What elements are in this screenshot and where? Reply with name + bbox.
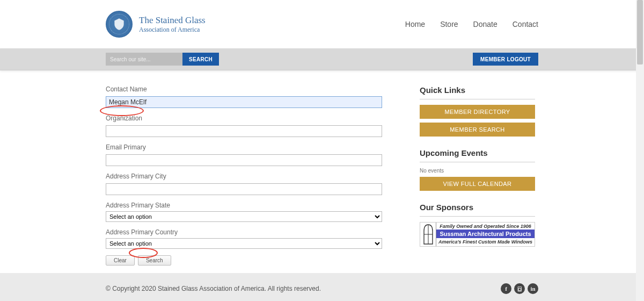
country-select[interactable]: Select an option (106, 238, 382, 249)
field-city: Address Primary City (106, 173, 382, 195)
site-footer: © Copyright 2020 Stained Glass Associati… (0, 273, 644, 301)
city-label: Address Primary City (106, 173, 382, 180)
field-country: Address Primary Country Select an option (106, 228, 382, 249)
sponsor-text: Family Owned and Operated Since 1906 Sus… (436, 223, 535, 246)
member-search-button[interactable]: MEMBER SEARCH (420, 123, 535, 137)
sponsor-line3: America's Finest Custom Made Windows (436, 238, 535, 245)
instagram-icon[interactable]: ⌼ (514, 283, 525, 294)
window-icon (420, 223, 436, 246)
vertical-scrollbar[interactable] (636, 0, 644, 301)
logo-seal-icon (106, 11, 133, 38)
email-input[interactable] (106, 154, 382, 166)
member-directory-button[interactable]: MEMBER DIRECTORY (420, 105, 535, 119)
quick-links-heading: Quick Links (420, 85, 535, 95)
nav-store[interactable]: Store (440, 20, 458, 28)
country-label: Address Primary Country (106, 228, 382, 236)
primary-nav: Home Store Donate Contact (405, 20, 538, 28)
sponsors-section: Our Sponsors Family Owned and Operated S… (420, 203, 535, 247)
field-email: Email Primary (106, 144, 382, 166)
nav-contact[interactable]: Contact (513, 20, 538, 28)
contact-name-input[interactable] (106, 96, 382, 108)
linkedin-icon[interactable]: in (528, 283, 538, 294)
brand-line2: Association of America (139, 26, 206, 34)
upcoming-events-section: Upcoming Events No events VIEW FULL CALE… (420, 148, 535, 191)
divider (420, 99, 535, 99)
social-links: f ⌼ in (501, 283, 538, 294)
copyright-text: © Copyright 2020 Stained Glass Associati… (106, 285, 321, 292)
facebook-icon[interactable]: f (501, 283, 511, 294)
sidebar: Quick Links MEMBER DIRECTORY MEMBER SEAR… (420, 85, 535, 266)
main-content: Contact Name Organization Email Primary … (0, 70, 644, 276)
search-button[interactable]: Search (138, 255, 171, 266)
brand-block[interactable]: The Stained Glass Association of America (106, 11, 206, 38)
state-label: Address Primary State (106, 202, 382, 209)
upcoming-events-heading: Upcoming Events (420, 148, 535, 157)
sponsor-banner[interactable]: Family Owned and Operated Since 1906 Sus… (420, 222, 535, 247)
divider (420, 216, 535, 217)
member-logout-button[interactable]: MEMBER LOGOUT (473, 53, 538, 66)
field-organization: Organization (106, 114, 382, 137)
organization-label: Organization (106, 114, 382, 122)
view-full-calendar-button[interactable]: VIEW FULL CALENDAR (420, 177, 535, 191)
email-label: Email Primary (106, 144, 382, 151)
site-search-input[interactable] (106, 53, 182, 66)
site-header: The Stained Glass Association of America… (0, 0, 644, 48)
clear-button[interactable]: Clear (106, 255, 135, 266)
field-state: Address Primary State Select an option (106, 202, 382, 222)
contact-name-label: Contact Name (106, 85, 382, 93)
no-events-text: No events (420, 168, 535, 174)
scrollbar-thumb[interactable] (637, 0, 643, 64)
nav-donate[interactable]: Donate (473, 20, 497, 28)
search-form: Contact Name Organization Email Primary … (106, 85, 382, 266)
sponsor-line1: Family Owned and Operated Since 1906 (436, 223, 535, 230)
brand-text: The Stained Glass Association of America (139, 15, 206, 34)
brand-line1: The Stained Glass (139, 15, 206, 26)
utility-bar: SEARCH MEMBER LOGOUT (0, 48, 644, 70)
organization-input[interactable] (106, 125, 382, 137)
form-button-row: Clear Search (106, 255, 382, 266)
site-search: SEARCH (106, 53, 219, 66)
field-contact-name: Contact Name (106, 85, 382, 108)
divider (420, 162, 535, 162)
quick-links-section: Quick Links MEMBER DIRECTORY MEMBER SEAR… (420, 85, 535, 137)
state-select[interactable]: Select an option (106, 211, 382, 222)
site-search-button[interactable]: SEARCH (182, 53, 219, 66)
nav-home[interactable]: Home (405, 20, 425, 28)
sponsors-heading: Our Sponsors (420, 203, 535, 212)
sponsor-line2: Sussman Architectural Products (436, 230, 535, 238)
city-input[interactable] (106, 183, 382, 195)
